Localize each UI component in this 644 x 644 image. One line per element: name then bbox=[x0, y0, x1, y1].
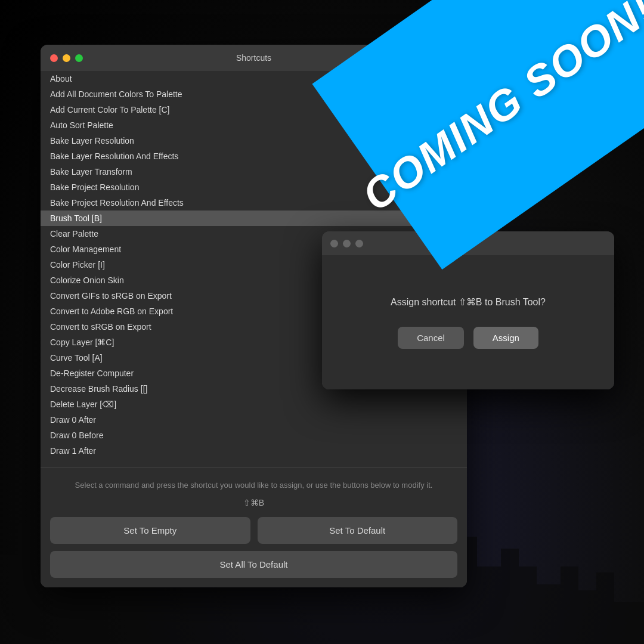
command-item[interactable]: Draw 0 Before bbox=[41, 428, 467, 443]
set-to-empty-button[interactable]: Set To Empty bbox=[50, 517, 250, 544]
command-item[interactable]: Brush Tool [B] bbox=[41, 210, 467, 226]
command-item[interactable]: Add Current Color To Palette [C] bbox=[41, 102, 467, 117]
dialog-window-controls bbox=[330, 240, 363, 247]
command-item[interactable]: Bake Layer Transform bbox=[41, 164, 467, 179]
command-item[interactable]: Bake Layer Resolution And Effects bbox=[41, 148, 467, 164]
minimize-button[interactable] bbox=[63, 54, 70, 62]
command-item[interactable]: Bake Project Resolution And Effects bbox=[41, 195, 467, 210]
command-item[interactable]: Bake Layer Resolution bbox=[41, 133, 467, 148]
window-controls bbox=[50, 54, 83, 62]
assign-button[interactable]: Assign bbox=[473, 327, 538, 349]
command-item[interactable]: Delete Layer [⌫] bbox=[41, 397, 467, 412]
command-item[interactable]: Draw 0 After bbox=[41, 412, 467, 428]
set-to-default-button[interactable]: Set To Default bbox=[258, 517, 458, 544]
dialog-message: Assign shortcut ⇧⌘B to Brush Tool? bbox=[391, 296, 546, 309]
button-row: Set To Empty Set To Default bbox=[50, 517, 457, 544]
command-item[interactable]: Add All Document Colors To Palette bbox=[41, 86, 467, 102]
shortcut-display: ⇧⌘B bbox=[50, 498, 457, 507]
maximize-button[interactable] bbox=[75, 54, 83, 62]
main-window-titlebar: Shortcuts bbox=[41, 45, 467, 71]
dialog-window: Assign shortcut ⇧⌘B to Brush Tool? Cance… bbox=[322, 231, 614, 389]
command-item[interactable]: Auto Sort Palette bbox=[41, 117, 467, 133]
dialog-minimize[interactable] bbox=[343, 240, 351, 247]
bottom-area: Select a command and press the shortcut … bbox=[41, 467, 467, 588]
command-item[interactable]: Draw 1 After bbox=[41, 443, 467, 459]
dialog-maximize[interactable] bbox=[355, 240, 363, 247]
dialog-titlebar bbox=[322, 231, 614, 255]
dialog-close[interactable] bbox=[330, 240, 338, 247]
command-item[interactable]: Bake Project Resolution bbox=[41, 179, 467, 195]
dialog-body: Assign shortcut ⇧⌘B to Brush Tool? Cance… bbox=[322, 255, 614, 389]
command-item[interactable]: About bbox=[41, 71, 467, 86]
window-title: Shortcuts bbox=[236, 53, 271, 63]
cancel-button[interactable]: Cancel bbox=[398, 327, 464, 349]
instructions-text: Select a command and press the shortcut … bbox=[50, 479, 457, 491]
dialog-buttons: Cancel Assign bbox=[398, 327, 538, 349]
close-button[interactable] bbox=[50, 54, 58, 62]
set-all-to-default-button[interactable]: Set All To Default bbox=[50, 551, 457, 578]
